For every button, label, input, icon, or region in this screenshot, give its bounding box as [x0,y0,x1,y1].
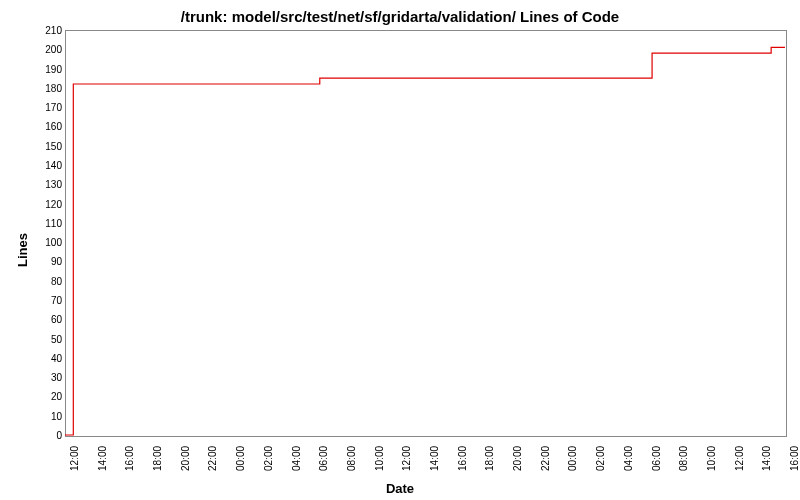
y-tick-label: 210 [34,25,62,36]
y-tick-label: 120 [34,198,62,209]
x-tick-label: 22:00 [207,446,218,471]
y-tick-label: 60 [34,314,62,325]
x-tick-label: 22:00 [540,446,551,471]
line-layer [65,30,785,435]
x-tick-label: 14:00 [761,446,772,471]
x-tick-label: 14:00 [97,446,108,471]
y-tick-label: 10 [34,410,62,421]
x-axis-label: Date [0,481,800,496]
y-tick-label: 130 [34,179,62,190]
x-tick-label: 20:00 [180,446,191,471]
y-axis-label: Lines [15,233,30,267]
y-tick-label: 80 [34,275,62,286]
y-tick-label: 170 [34,102,62,113]
y-tick-label: 20 [34,391,62,402]
x-tick-label: 18:00 [152,446,163,471]
x-tick-label: 02:00 [263,446,274,471]
y-tick-label: 140 [34,160,62,171]
y-tick-label: 100 [34,237,62,248]
y-tick-label: 40 [34,352,62,363]
x-tick-label: 08:00 [346,446,357,471]
x-tick-label: 18:00 [484,446,495,471]
x-tick-label: 04:00 [291,446,302,471]
y-tick-label: 180 [34,82,62,93]
y-tick-label: 0 [34,430,62,441]
x-tick-label: 12:00 [401,446,412,471]
x-tick-label: 12:00 [69,446,80,471]
x-tick-label: 10:00 [374,446,385,471]
y-tick-label: 90 [34,256,62,267]
y-tick-label: 160 [34,121,62,132]
y-tick-label: 110 [34,217,62,228]
y-tick-label: 70 [34,295,62,306]
chart-container: /trunk: model/src/test/net/sf/gridarta/v… [0,0,800,500]
y-tick-label: 190 [34,63,62,74]
y-tick-label: 30 [34,372,62,383]
y-tick-label: 150 [34,140,62,151]
x-tick-label: 16:00 [457,446,468,471]
x-tick-label: 10:00 [706,446,717,471]
x-tick-label: 14:00 [429,446,440,471]
x-tick-label: 02:00 [595,446,606,471]
x-tick-label: 04:00 [623,446,634,471]
x-tick-label: 06:00 [651,446,662,471]
x-tick-label: 16:00 [124,446,135,471]
x-tick-label: 12:00 [734,446,745,471]
x-tick-label: 20:00 [512,446,523,471]
x-tick-label: 00:00 [567,446,578,471]
x-tick-label: 08:00 [678,446,689,471]
chart-title: /trunk: model/src/test/net/sf/gridarta/v… [0,8,800,25]
y-tick-label: 50 [34,333,62,344]
x-tick-label: 00:00 [235,446,246,471]
y-tick-label: 200 [34,44,62,55]
x-tick-label: 06:00 [318,446,329,471]
x-tick-label: 16:00 [789,446,800,471]
series-line [65,47,785,435]
